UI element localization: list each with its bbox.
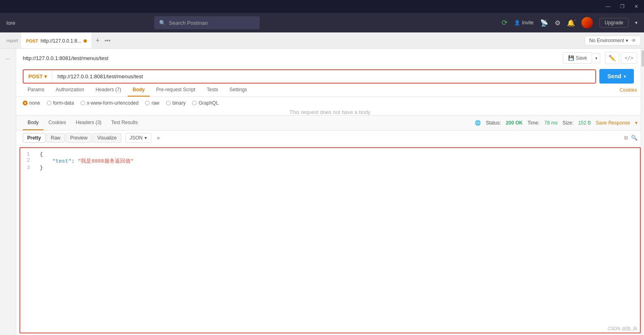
response-code-area: 1 { 2 "test": "我是8888服务返回值" 3 }	[19, 147, 641, 333]
scrollbar[interactable]	[641, 49, 644, 335]
sidebar-item-dots[interactable]: ···	[2, 52, 15, 65]
header-bar: lore 🔍 Search Postman ⟳ 👤 Invite 📡 ⚙ 🔔• …	[0, 13, 644, 32]
radio-urlencoded	[80, 101, 85, 105]
minimize-button[interactable]: —	[603, 3, 613, 10]
add-tab-button[interactable]: +	[92, 37, 103, 44]
save-area: 💾 Save ▾	[563, 52, 600, 64]
body-option-binary[interactable]: binary	[166, 100, 186, 106]
url-bar-area: POST ▾ Send ▾	[16, 66, 644, 84]
body-option-raw[interactable]: raw	[145, 100, 159, 106]
code-line-2: 2 "test": "我是8888服务返回值"	[27, 157, 633, 165]
body-option-graphql[interactable]: GraphQL	[192, 100, 218, 106]
app-name: lore	[6, 20, 31, 26]
cookies-button[interactable]: Cookies	[620, 87, 637, 93]
status-value: 200 OK	[506, 120, 523, 126]
body-option-none[interactable]: none	[23, 100, 40, 106]
search-placeholder: Search Postman	[169, 20, 208, 26]
title-bar: — ❐ ✕	[0, 0, 644, 13]
watermark: CSDN @隐_风	[607, 326, 638, 332]
edit-button[interactable]: ✏️	[605, 52, 619, 64]
satellite-icon[interactable]: 📡	[540, 19, 548, 27]
user-avatar[interactable]	[582, 17, 593, 28]
globe-icon: 🌐	[475, 120, 481, 126]
sync-icon[interactable]: ⟳	[502, 18, 508, 27]
code-line-1: 1 {	[27, 151, 633, 157]
radio-graphql	[192, 101, 197, 105]
save-response-button[interactable]: Save Response	[596, 120, 630, 126]
body-option-form-data[interactable]: form-data	[47, 100, 74, 106]
resp-tab-test-results[interactable]: Test Results	[106, 116, 142, 130]
upgrade-button[interactable]: Upgrade	[599, 18, 629, 28]
time-value: 78 ms	[545, 120, 558, 126]
expand-icon[interactable]: ▾	[635, 20, 638, 26]
view-pretty-button[interactable]: Pretty	[23, 133, 45, 143]
time-label: Time:	[528, 120, 540, 126]
url-input[interactable]	[52, 70, 595, 83]
header-actions: ⟳ 👤 Invite 📡 ⚙ 🔔• Upgrade ▾	[502, 17, 638, 28]
radio-none	[23, 101, 28, 105]
send-button[interactable]: Send ▾	[599, 69, 634, 84]
method-selector[interactable]: POST ▾	[24, 70, 52, 83]
request-tabs: Params Authorization Headers (7) Body Pr…	[16, 84, 644, 97]
tab-body[interactable]: Body	[128, 84, 150, 97]
resp-actions: ⧉ 🔍	[624, 135, 638, 141]
copy-icon[interactable]: ⧉	[624, 135, 628, 141]
method-chevron-icon: ▾	[44, 73, 47, 79]
resp-tab-cookies[interactable]: Cookies	[43, 116, 71, 130]
request-panel: http://127.0.0.1:8081/test/menus/test 💾 …	[16, 49, 644, 115]
tab-params[interactable]: Params	[23, 84, 49, 97]
search-bar[interactable]: 🔍 Search Postman	[154, 16, 260, 29]
tab-pre-request[interactable]: Pre-request Script	[151, 84, 200, 97]
invite-button[interactable]: 👤 Invite	[514, 20, 534, 26]
tab-url-text: http://127.0.0.1:8...	[41, 38, 81, 44]
url-bar: POST ▾	[23, 69, 596, 84]
invite-label: Invite	[522, 20, 534, 26]
tab-authorization[interactable]: Authorization	[51, 84, 89, 97]
import-tab[interactable]: mport	[3, 37, 21, 45]
resp-tab-headers[interactable]: Headers (3)	[71, 116, 106, 130]
wrap-button[interactable]: ≡	[154, 133, 164, 143]
env-chevron-icon: ▾	[626, 38, 628, 43]
tab-headers[interactable]: Headers (7)	[90, 84, 126, 97]
save-icon: 💾	[568, 55, 574, 61]
body-option-urlencoded[interactable]: x-www-form-urlencoded	[80, 100, 138, 106]
tab-more-button[interactable]: •••	[103, 37, 112, 44]
settings-icon[interactable]: ⚙	[555, 19, 560, 27]
notification-icon[interactable]: 🔔•	[567, 19, 575, 27]
save-response-chevron-icon[interactable]: ▾	[635, 120, 638, 126]
view-raw-button[interactable]: Raw	[46, 133, 65, 143]
tab-modified-dot	[84, 39, 87, 43]
tab-bar: mport POST http://127.0.0.1:8... + ••• N…	[0, 32, 644, 49]
no-body-message: This request does not have a body	[16, 109, 644, 115]
code-button[interactable]: </>	[621, 52, 637, 64]
maximize-button[interactable]: ❐	[618, 3, 627, 10]
radio-form-data	[47, 101, 52, 105]
request-tab[interactable]: POST http://127.0.0.1:8...	[21, 32, 92, 48]
search-icon: 🔍	[159, 20, 166, 26]
size-value: 152 B	[578, 120, 591, 126]
tab-tests[interactable]: Tests	[202, 84, 223, 97]
resp-tab-body[interactable]: Body	[23, 116, 43, 130]
radio-raw	[145, 101, 150, 105]
close-button[interactable]: ✕	[632, 3, 641, 10]
view-preview-button[interactable]: Preview	[66, 133, 92, 143]
format-selector[interactable]: JSON ▾	[125, 133, 151, 143]
sidebar: ···	[0, 49, 16, 335]
search-response-icon[interactable]: 🔍	[631, 135, 638, 141]
view-visualize-button[interactable]: Visualize	[93, 133, 121, 143]
save-button[interactable]: 💾 Save	[563, 52, 592, 64]
send-chevron-icon: ▾	[624, 74, 626, 79]
code-line-3: 3 }	[27, 165, 633, 171]
scrollbar-thumb[interactable]	[642, 50, 644, 67]
tab-method-badge: POST	[26, 39, 38, 43]
format-chevron-icon: ▾	[144, 135, 147, 141]
person-icon: 👤	[514, 20, 520, 26]
breadcrumb: http://127.0.0.1:8081/test/menus/test	[23, 55, 108, 61]
environment-selector[interactable]: No Environment ▾ 👁	[585, 36, 641, 45]
tab-settings[interactable]: Settings	[224, 84, 252, 97]
env-eye-icon: 👁	[631, 38, 636, 43]
resp-body-toolbar: Pretty Raw Preview Visualize JSON ▾ ≡ ⧉ …	[16, 131, 644, 146]
main-content: http://127.0.0.1:8081/test/menus/test 💾 …	[16, 49, 644, 335]
save-dropdown-button[interactable]: ▾	[593, 53, 600, 63]
radio-binary	[166, 101, 171, 105]
